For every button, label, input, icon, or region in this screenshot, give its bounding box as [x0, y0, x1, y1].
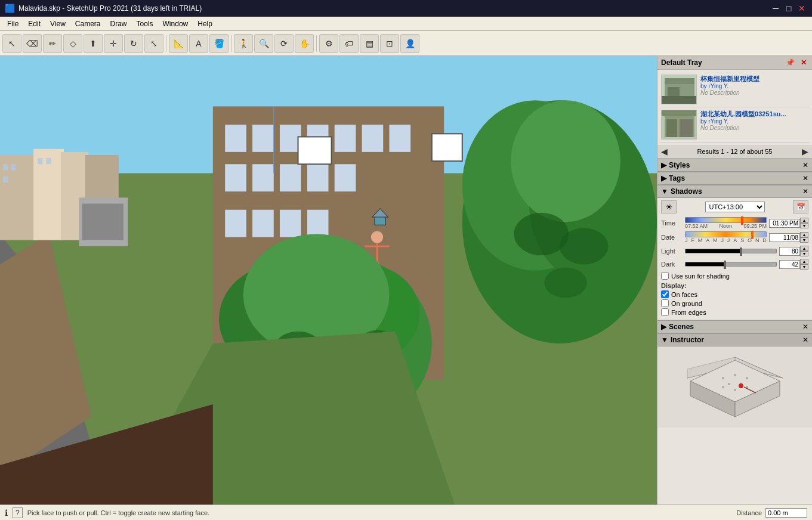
svg-rect-34: [432, 134, 462, 161]
tool-move[interactable]: ✛: [104, 34, 123, 53]
on-faces-row: On faces: [661, 290, 808, 298]
statusbar: ℹ ? Pick face to push or pull. Ctrl = to…: [0, 504, 812, 520]
time-up-button[interactable]: ▲: [800, 218, 808, 223]
date-spinbox[interactable]: ▲ ▼: [769, 232, 808, 243]
tags-close-button[interactable]: ✕: [802, 174, 808, 182]
warehouse-title-2[interactable]: 湖北某幼儿.园模型03251su...: [700, 110, 808, 118]
next-results-button[interactable]: ▶: [802, 147, 808, 156]
titlebar-controls[interactable]: ─ □ ✕: [770, 3, 807, 14]
sun-button[interactable]: ☀: [661, 200, 677, 213]
light-down-button[interactable]: ▼: [800, 251, 808, 256]
on-faces-checkbox[interactable]: [661, 290, 669, 298]
warehouse-desc-2: No Description: [700, 125, 808, 131]
tool-components[interactable]: ⚙: [319, 34, 338, 53]
warehouse-info-2: 湖北某幼儿.园模型03251su... by rYing Y. No Descr…: [700, 110, 808, 140]
light-thumb: [740, 247, 742, 256]
shadows-close-button[interactable]: ✕: [802, 187, 808, 196]
menu-item-camera[interactable]: Camera: [70, 18, 106, 29]
minimize-button[interactable]: ─: [770, 3, 781, 14]
scenes-close-button[interactable]: ✕: [802, 323, 808, 331]
shadows-chevron-icon: ▼: [661, 187, 668, 196]
panel-header-controls[interactable]: 📌 ✕: [784, 58, 808, 67]
time-value-input[interactable]: [769, 219, 800, 228]
tool-walk[interactable]: 🚶: [234, 34, 253, 53]
instructor-close-button[interactable]: ✕: [802, 336, 808, 344]
time-down-button[interactable]: ▼: [800, 223, 808, 228]
instructor-section-header[interactable]: ▼ Instructor ✕: [657, 333, 812, 346]
warehouse-thumb-1: [661, 75, 697, 104]
shadows-section-header[interactable]: ▼ Shadows ✕: [657, 185, 812, 198]
tool-push-pull[interactable]: ⬆: [84, 34, 103, 53]
pin-button[interactable]: 📌: [784, 58, 796, 67]
tags-header-left: ▶ Tags: [661, 174, 685, 182]
menu-item-tools[interactable]: Tools: [132, 18, 158, 29]
menu-item-help[interactable]: Help: [193, 18, 217, 29]
menu-item-edit[interactable]: Edit: [23, 18, 45, 29]
on-faces-label: On faces: [671, 291, 697, 298]
shadows-toolbar: ☀ UTC-12:00UTC-11:00UTC-10:00UTC-9:00UTC…: [661, 200, 808, 213]
time-gradient-bar[interactable]: [685, 217, 767, 223]
styles-close-button[interactable]: ✕: [802, 161, 808, 169]
scenes-label: Scenes: [669, 323, 694, 331]
light-slider[interactable]: [685, 249, 777, 253]
dark-spinbox[interactable]: ▲ ▼: [779, 259, 808, 270]
light-up-button[interactable]: ▲: [800, 246, 808, 251]
tool-select[interactable]: ↖: [2, 34, 21, 53]
menubar: FileEditViewCameraDrawToolsWindowHelp: [0, 17, 812, 31]
svg-point-90: [739, 383, 743, 388]
tool-person[interactable]: 👤: [400, 34, 419, 53]
menu-item-draw[interactable]: Draw: [106, 18, 132, 29]
tool-shape[interactable]: ◇: [63, 34, 82, 53]
tool-text[interactable]: A: [189, 34, 208, 53]
close-panel-button[interactable]: ✕: [799, 58, 808, 67]
on-ground-checkbox[interactable]: [661, 299, 669, 307]
tool-paint[interactable]: 🪣: [209, 34, 229, 53]
distance-input[interactable]: [765, 508, 807, 518]
tool-sections[interactable]: ⊡: [380, 34, 399, 53]
tags-section-header[interactable]: ▶ Tags ✕: [657, 172, 812, 185]
timezone-select[interactable]: UTC-12:00UTC-11:00UTC-10:00UTC-9:00UTC-8…: [705, 202, 765, 212]
tool-layers[interactable]: ▤: [360, 34, 379, 53]
light-value-input[interactable]: [779, 247, 800, 256]
date-down-button[interactable]: ▼: [800, 237, 808, 243]
warehouse-info-1: 杯集恒福新里程模型 by rYing Y. No Description: [700, 75, 808, 104]
svg-marker-70: [665, 78, 694, 84]
date-gradient-bar[interactable]: [685, 231, 767, 237]
styles-section-header[interactable]: ▶ Styles ✕: [657, 159, 812, 172]
tool-eraser[interactable]: ⌫: [23, 34, 42, 53]
menu-item-window[interactable]: Window: [158, 18, 193, 29]
dark-up-button[interactable]: ▲: [800, 259, 808, 264]
styles-header-left: ▶ Styles: [661, 161, 690, 169]
tool-tape[interactable]: 📐: [169, 34, 188, 53]
tool-orbit[interactable]: ⟳: [274, 34, 294, 53]
svg-rect-75: [680, 119, 693, 137]
menu-item-view[interactable]: View: [45, 18, 70, 29]
light-spinbox[interactable]: ▲ ▼: [779, 246, 808, 256]
maximize-button[interactable]: □: [783, 3, 794, 14]
tool-tags[interactable]: 🏷: [339, 34, 359, 53]
date-labels: J F M A M J J A S O N D: [685, 237, 767, 243]
use-sun-checkbox[interactable]: [661, 272, 669, 280]
from-edges-checkbox[interactable]: [661, 308, 669, 316]
tags-chevron-icon: ▶: [661, 174, 666, 182]
warehouse-title-1[interactable]: 杯集恒福新里程模型: [700, 75, 808, 83]
prev-results-button[interactable]: ◀: [661, 147, 668, 156]
dark-value-input[interactable]: [779, 260, 800, 269]
calendar-button[interactable]: 📅: [793, 200, 808, 213]
tool-zoom[interactable]: 🔍: [254, 34, 273, 53]
close-button[interactable]: ✕: [796, 3, 807, 14]
warehouse-item-2[interactable]: 湖北某幼儿.园模型03251su... by rYing Y. No Descr…: [660, 107, 810, 143]
dark-down-button[interactable]: ▼: [800, 264, 808, 270]
tool-scale[interactable]: ⤡: [144, 34, 163, 53]
date-value-input[interactable]: [769, 233, 800, 242]
time-spinbox[interactable]: ▲ ▼: [769, 218, 808, 228]
menu-item-file[interactable]: File: [2, 18, 23, 29]
tool-rotate[interactable]: ↻: [124, 34, 143, 53]
tool-pencil[interactable]: ✏: [43, 34, 62, 53]
date-up-button[interactable]: ▲: [800, 232, 808, 237]
warehouse-item-1[interactable]: 杯集恒福新里程模型 by rYing Y. No Description: [660, 72, 810, 107]
dark-slider[interactable]: [685, 262, 777, 267]
scenes-section-header[interactable]: ▶ Scenes ✕: [657, 320, 812, 333]
tool-pan[interactable]: ✋: [295, 34, 314, 53]
viewport[interactable]: [0, 56, 657, 504]
